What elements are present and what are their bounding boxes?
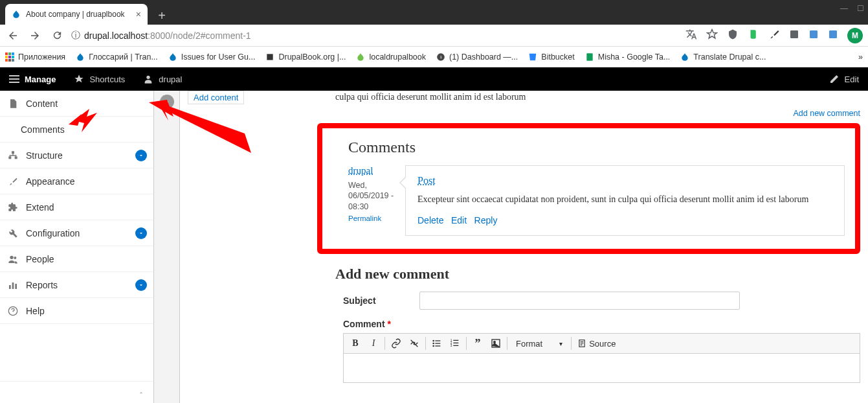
chevron-down-icon[interactable] bbox=[135, 150, 147, 161]
tab-close-icon[interactable]: × bbox=[136, 9, 141, 19]
comment-edit-link[interactable]: Edit bbox=[451, 215, 467, 225]
bold-button[interactable]: B bbox=[346, 336, 364, 351]
svg-point-17 bbox=[432, 340, 434, 342]
sidebar-item-structure[interactable]: Structure bbox=[0, 143, 153, 168]
blockquote-button[interactable]: ” bbox=[469, 336, 487, 351]
browser-nav-bar: ⓘ drupal.localhost:8000/node/2#comment-1… bbox=[0, 25, 868, 47]
drupal-icon bbox=[76, 52, 85, 62]
sidebar-footer bbox=[0, 381, 153, 403]
unlink-button[interactable] bbox=[405, 336, 423, 351]
bookmark-dashboard[interactable]: 1(1) Dashboard —... bbox=[436, 52, 518, 62]
window-maximize-icon[interactable]: ☐ bbox=[857, 4, 864, 13]
comment-reply-link[interactable]: Reply bbox=[474, 215, 498, 225]
edit-button[interactable]: Edit bbox=[820, 67, 868, 91]
link-button[interactable] bbox=[387, 336, 405, 351]
reload-button[interactable] bbox=[49, 28, 65, 43]
chevron-down-icon[interactable] bbox=[135, 227, 147, 239]
site-info-icon[interactable]: ⓘ bbox=[71, 30, 80, 41]
brush-icon[interactable] bbox=[768, 29, 780, 42]
profile-avatar[interactable]: M bbox=[847, 28, 863, 43]
extension-icon-1[interactable] bbox=[789, 29, 799, 41]
collapse-button[interactable] bbox=[160, 95, 174, 109]
apps-button[interactable]: Приложения bbox=[5, 52, 65, 62]
format-dropdown[interactable]: Format ▾ bbox=[509, 339, 569, 349]
bookmark-issues[interactable]: Issues for User Gu... bbox=[168, 52, 256, 62]
browser-tab[interactable]: About company | druaplbook × bbox=[5, 4, 148, 25]
star-icon bbox=[74, 74, 84, 84]
sidebar-item-reports[interactable]: Reports bbox=[0, 272, 153, 298]
comment-meta: drupal Wed, 06/05/2019 - 08:30 Permalink bbox=[348, 165, 405, 236]
add-new-comment-link[interactable]: Add new comment bbox=[793, 109, 860, 118]
shield-icon[interactable] bbox=[727, 29, 739, 42]
add-comment-heading: Add new comment bbox=[317, 266, 860, 282]
svg-rect-14 bbox=[12, 282, 14, 289]
sidebar-item-configuration[interactable]: Configuration bbox=[0, 220, 153, 246]
italic-button[interactable]: I bbox=[364, 336, 383, 351]
svg-rect-8 bbox=[12, 151, 14, 154]
bookmark-sheets[interactable]: Misha - Google Ta... bbox=[585, 52, 671, 62]
svg-rect-10 bbox=[15, 156, 17, 159]
comment-editor[interactable] bbox=[343, 354, 860, 383]
comment-delete-link[interactable]: Delete bbox=[417, 215, 443, 225]
address-bar[interactable]: ⓘ drupal.localhost:8000/node/2#comment-1 bbox=[71, 30, 679, 41]
svg-point-12 bbox=[14, 257, 16, 259]
bookmark-glossary[interactable]: Глоссарий | Tran... bbox=[76, 52, 158, 62]
sidebar-item-people[interactable]: People bbox=[0, 246, 153, 272]
tab-title: About company | druaplbook bbox=[26, 10, 125, 19]
svg-rect-2 bbox=[829, 30, 837, 38]
svg-rect-26 bbox=[453, 343, 458, 343]
svg-rect-3 bbox=[267, 54, 273, 60]
star-icon[interactable] bbox=[706, 29, 718, 42]
translate-icon[interactable] bbox=[685, 29, 697, 42]
bookmark-bitbucket[interactable]: Bitbucket bbox=[528, 52, 574, 62]
numbered-list-button[interactable]: 123 bbox=[446, 336, 464, 351]
document-icon bbox=[577, 339, 586, 348]
svg-rect-1 bbox=[810, 30, 818, 38]
comment-title-link[interactable]: Post bbox=[417, 175, 436, 186]
sidebar-item-help[interactable]: Help bbox=[0, 298, 153, 324]
comments-heading: Comments bbox=[348, 139, 845, 156]
evernote-icon[interactable] bbox=[748, 29, 759, 42]
image-button[interactable] bbox=[487, 336, 505, 351]
bookmarks-overflow[interactable]: » bbox=[858, 52, 863, 62]
sidebar-item-content[interactable]: Content bbox=[0, 91, 153, 117]
svg-rect-6 bbox=[586, 53, 592, 61]
extension-icon-2[interactable] bbox=[808, 29, 819, 41]
bookmarks-bar: Приложения Глоссарий | Tran... Issues fo… bbox=[0, 47, 868, 67]
wrench-icon bbox=[6, 228, 19, 238]
structure-icon bbox=[6, 150, 19, 161]
manage-button[interactable]: Manage bbox=[0, 67, 65, 91]
bookmark-drupalbook[interactable]: DrupalBook.org |... bbox=[265, 52, 346, 62]
user-button[interactable]: drupal bbox=[134, 67, 191, 91]
comment-author-link[interactable]: drupal bbox=[348, 165, 373, 176]
back-button[interactable] bbox=[5, 28, 21, 43]
comment-form: Subject Comment * B I 123 ” bbox=[343, 292, 860, 383]
comment-date: Wed, 06/05/2019 - 08:30 bbox=[348, 180, 405, 212]
bookmark-translate[interactable]: Translate Drupal c... bbox=[680, 52, 766, 62]
chevron-up-icon bbox=[163, 98, 171, 106]
chevron-down-icon[interactable] bbox=[135, 279, 147, 291]
sidebar-item-comments[interactable]: Comments bbox=[0, 117, 153, 143]
pencil-icon bbox=[829, 74, 840, 84]
sidebar-item-extend[interactable]: Extend bbox=[0, 194, 153, 220]
sidebar-item-appearance[interactable]: Appearance bbox=[0, 168, 153, 194]
body-text-tail: culpa qui officia deserunt mollit anim i… bbox=[335, 92, 860, 102]
shortcuts-button[interactable]: Shortcuts bbox=[65, 67, 134, 91]
window-minimize-icon[interactable]: — bbox=[840, 4, 848, 13]
source-button[interactable]: Source bbox=[573, 339, 619, 349]
chevron-down-icon: ▾ bbox=[559, 340, 562, 347]
pin-icon[interactable] bbox=[137, 387, 146, 398]
svg-rect-9 bbox=[8, 156, 11, 159]
bookmark-local[interactable]: localdrupalbook bbox=[356, 52, 426, 62]
comment-permalink[interactable]: Permalink bbox=[348, 214, 381, 222]
subject-input[interactable] bbox=[419, 292, 740, 310]
new-tab-button[interactable]: + bbox=[153, 6, 171, 25]
comment-actions: Delete Edit Reply bbox=[417, 215, 832, 226]
bitbucket-icon bbox=[528, 52, 537, 62]
bulleted-list-button[interactable] bbox=[428, 336, 446, 351]
add-content-link[interactable]: Add content bbox=[188, 91, 244, 104]
comments-highlight-box: Comments drupal Wed, 06/05/2019 - 08:30 … bbox=[317, 123, 860, 254]
drupal-icon bbox=[680, 52, 689, 62]
forward-button[interactable] bbox=[27, 28, 43, 43]
extension-icon-3[interactable] bbox=[828, 29, 838, 41]
